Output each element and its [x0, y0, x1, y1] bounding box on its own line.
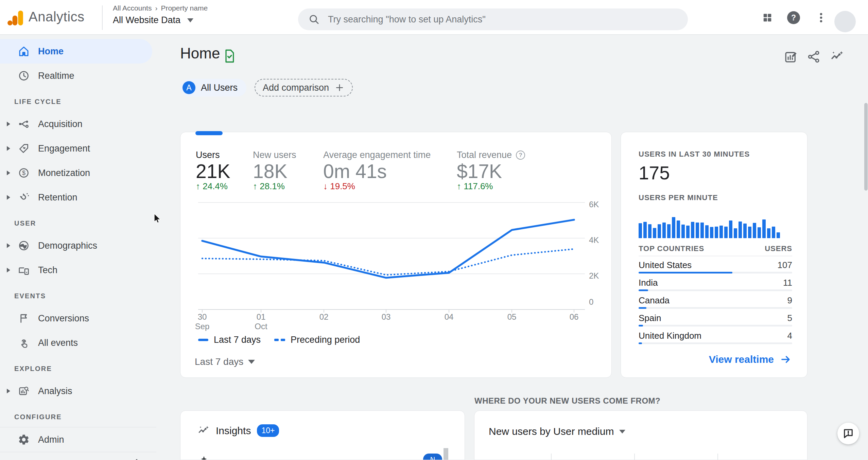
x-tick-label: Sep — [195, 322, 210, 331]
sidebar-item-label: Conversions — [38, 313, 89, 324]
demographics-icon — [18, 240, 30, 252]
dash — [274, 339, 279, 341]
minute-bar — [658, 224, 661, 238]
view-realtime-link[interactable]: View realtime — [709, 354, 792, 365]
sidebar-collapse-row[interactable] — [0, 452, 156, 460]
table-row-india[interactable]: India11 — [639, 274, 792, 292]
metric-help-icon[interactable]: ? — [516, 151, 525, 160]
sidebar-item-monetization[interactable]: $Monetization — [0, 161, 152, 185]
metric-delta: ↑ 24.4% — [196, 181, 228, 192]
x-tick-label: 30 — [198, 312, 207, 321]
minute-bar — [700, 223, 704, 238]
all-users-chip-label: All Users — [201, 83, 238, 93]
add-comparison-button[interactable]: Add comparison — [255, 79, 353, 96]
property-selector[interactable]: All Website Data — [113, 15, 193, 25]
minute-bar — [686, 226, 690, 238]
country-users: 5 — [787, 313, 792, 323]
expand-chevron-icon[interactable] — [7, 195, 10, 200]
country-users: 107 — [778, 260, 792, 270]
analytics-logo-icon[interactable] — [7, 9, 24, 27]
sidebar-item-tech[interactable]: Tech — [0, 258, 152, 282]
more-vert-icon[interactable] — [815, 12, 827, 24]
country-bar — [639, 307, 646, 309]
users-trend-chart[interactable]: 02K4K6K30Sep01Oct0203040506 — [180, 193, 612, 339]
audience-badge: A — [183, 81, 195, 94]
sidebar-section-life-cycle: LIFE CYCLE — [0, 88, 156, 112]
expand-chevron-icon[interactable] — [7, 146, 10, 151]
gridline — [717, 454, 718, 460]
page-scrollbar[interactable] — [864, 103, 868, 191]
search-input[interactable] — [328, 14, 634, 25]
new-users-card-title[interactable]: New users by User medium — [489, 426, 625, 437]
minute-bar — [743, 224, 747, 238]
apps-grid-icon[interactable] — [762, 13, 772, 23]
sidebar-item-demographics[interactable]: Demographics — [0, 233, 152, 258]
table-row-canada[interactable]: Canada9 — [639, 292, 792, 309]
all-users-chip[interactable]: A All Users — [180, 79, 246, 96]
new-users-card: New users by User medium — [474, 410, 808, 460]
sidebar-item-retention[interactable]: Retention — [0, 185, 152, 210]
sidebar-item-realtime[interactable]: Realtime — [0, 64, 152, 88]
table-row-united-kingdom[interactable]: United Kingdom4 — [639, 327, 792, 345]
realtime-card: USERS IN LAST 30 MINUTES 175 USERS PER M… — [621, 132, 808, 378]
expand-chevron-icon[interactable] — [7, 389, 10, 393]
date-range-selector[interactable]: Last 7 days — [195, 356, 255, 367]
avatar[interactable] — [834, 11, 856, 32]
sidebar-item-engagement[interactable]: Engagement — [0, 136, 152, 161]
collapse-sidebar-icon[interactable] — [130, 457, 141, 460]
share-icon[interactable] — [807, 50, 821, 64]
insights-icon[interactable] — [830, 50, 844, 64]
new-users-section-heading: WHERE DO YOUR NEW USERS COME FROM? — [474, 396, 660, 406]
new-users-card-title-label: New users by User medium — [489, 426, 614, 437]
comparison-chips: A All Users Add comparison — [180, 79, 353, 96]
monetization-icon: $ — [18, 167, 30, 179]
expand-chevron-icon[interactable] — [7, 243, 10, 248]
gridline — [634, 454, 635, 460]
country-name: United States — [639, 260, 692, 270]
legend-solid-marker — [198, 339, 208, 341]
table-row-spain[interactable]: Spain5 — [639, 309, 792, 327]
expand-chevron-icon[interactable] — [7, 122, 10, 126]
breadcrumb-all-accounts[interactable]: All Accounts — [113, 4, 152, 12]
app-name: Analytics — [29, 9, 85, 24]
chevron-down-icon — [248, 360, 255, 364]
customize-report-icon[interactable] — [784, 50, 798, 64]
insight-badge-partial[interactable]: N — [423, 454, 442, 460]
sidebar-item-all-events[interactable]: All events — [0, 331, 152, 355]
expand-chevron-icon[interactable] — [7, 171, 10, 175]
table-divider — [639, 256, 792, 256]
sidebar-item-analysis[interactable]: Analysis — [0, 379, 152, 403]
table-row-united-states[interactable]: United States107 — [639, 256, 792, 274]
feedback-button[interactable] — [837, 423, 859, 444]
x-tick-label: Oct — [255, 322, 267, 331]
sidebar-item-admin[interactable]: Admin — [0, 427, 152, 452]
minute-bar — [724, 227, 728, 238]
sidebar-section-events: EVENTS — [0, 282, 156, 306]
sidebar-item-label: Tech — [38, 265, 57, 276]
insights-scrollbar[interactable] — [444, 448, 448, 460]
metric-label: Total revenue? — [457, 150, 525, 160]
plus-icon — [334, 83, 345, 93]
y-tick-label: 2K — [589, 271, 599, 280]
minute-bar — [734, 228, 737, 238]
dash — [281, 339, 285, 341]
country-bar-track — [639, 289, 792, 291]
x-tick-label: 06 — [570, 312, 579, 321]
help-icon[interactable]: ? — [787, 11, 800, 24]
users-per-minute-chart[interactable] — [639, 214, 792, 238]
expand-chevron-icon[interactable] — [7, 268, 10, 272]
country-bar-track — [639, 342, 792, 344]
country-bar — [639, 272, 732, 273]
breadcrumb-property-name[interactable]: Property name — [161, 4, 208, 12]
x-tick-label: 05 — [507, 312, 517, 321]
tech-icon — [18, 264, 30, 276]
x-tick-label: 01 — [257, 312, 266, 321]
metric-value: $17K — [457, 160, 502, 182]
insights-header[interactable]: Insights 10+ — [197, 424, 279, 437]
sidebar-item-conversions[interactable]: Conversions — [0, 306, 152, 331]
sidebar-item-acquisition[interactable]: Acquisition — [0, 112, 152, 136]
sidebar-item-home[interactable]: Home — [0, 39, 152, 64]
search-bar[interactable] — [298, 8, 688, 30]
metric-label: Users — [196, 150, 220, 160]
sidebar-item-label: Realtime — [38, 71, 74, 81]
